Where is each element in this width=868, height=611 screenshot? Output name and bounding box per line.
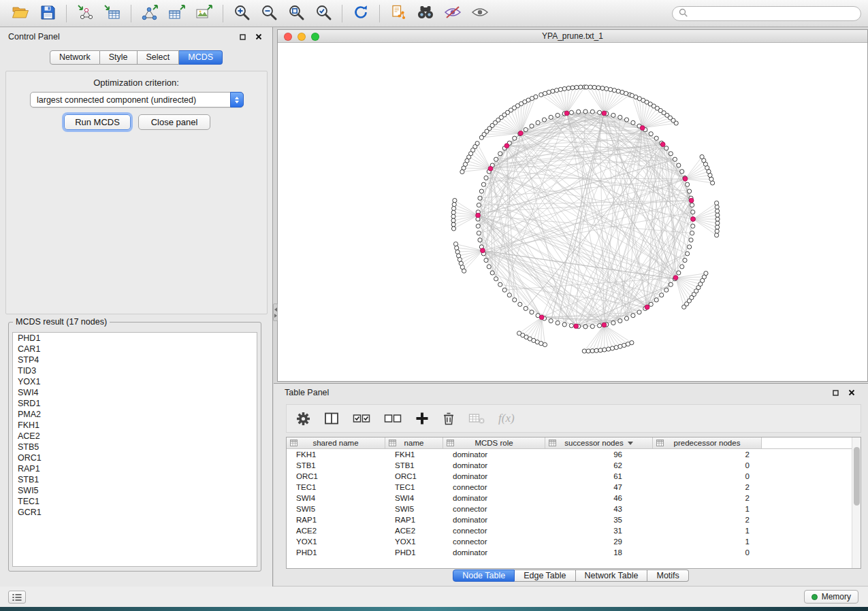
mcds-result-item[interactable]: PHD1 [13,333,257,344]
panel-splitter-handle[interactable] [273,303,278,321]
table-cell: 1 [653,503,762,514]
mcds-result-item[interactable]: FKH1 [13,420,257,431]
float-panel-icon[interactable] [237,31,248,42]
column-header-MCDS-role[interactable]: MCDS role [443,437,545,448]
table-panel-title: Table Panel [285,388,329,397]
column-header-shared-name[interactable]: shared name [287,437,385,448]
minimize-window-icon[interactable] [298,33,306,41]
tab-edge-table[interactable]: Edge Table [515,569,575,582]
table-row[interactable]: YOX1YOX1connector291 [287,536,861,547]
mcds-result-item[interactable]: SWI4 [13,387,257,398]
table-cell: STB1 [385,460,443,471]
tab-style[interactable]: Style [100,50,138,65]
mcds-result-list[interactable]: PHD1CAR1STP4TID3YOX1SWI4SRD1PMA2FKH1ACE2… [12,332,257,567]
table-row[interactable]: FKH1FKH1dominator962 [287,449,861,460]
table-cell: 96 [545,449,653,460]
clipboard-share-button[interactable] [385,3,412,24]
tab-network-table[interactable]: Network Table [576,569,648,582]
show-columns-icon[interactable] [324,412,339,425]
table-row[interactable]: ORC1ORC1dominator610 [287,471,861,482]
control-panel-tabs: NetworkStyleSelectMCDS [0,50,272,65]
import-network-icon [76,4,94,22]
column-type-icon [290,440,298,448]
table-cell: 43 [545,503,653,514]
delete-column-icon[interactable] [443,412,455,425]
table-row[interactable]: TEC1TEC1connector472 [287,482,861,493]
mcds-result-item[interactable]: SRD1 [13,398,257,409]
column-header-name[interactable]: name [385,437,443,448]
import-network-button[interactable] [71,3,99,24]
table-scrollbar[interactable] [852,437,861,568]
float-table-panel-icon[interactable] [830,387,841,398]
tab-motifs[interactable]: Motifs [647,569,688,582]
mcds-result-item[interactable]: TID3 [13,365,257,376]
binoculars-button[interactable] [412,3,439,24]
close-panel-button[interactable]: Close panel [138,114,210,130]
zoom-out-button[interactable] [255,3,283,24]
task-history-button[interactable] [8,591,26,604]
mcds-result-item[interactable]: TEC1 [13,496,257,507]
table-cell: FKH1 [287,449,385,460]
network-view-window: YPA_prune.txt_1 [277,29,868,382]
add-column-icon[interactable] [415,412,429,425]
run-mcds-button[interactable]: Run MCDS [64,114,131,130]
close-table-panel-icon[interactable] [846,387,857,398]
network-graph[interactable] [278,43,867,381]
open-folder-button[interactable] [7,3,34,24]
table-row[interactable]: RAP1RAP1dominator352 [287,514,861,525]
search-box[interactable] [672,6,861,21]
memory-button[interactable]: Memory [804,590,858,604]
export-table-button[interactable] [163,3,191,24]
close-window-icon[interactable] [284,33,292,41]
mcds-result-item[interactable]: SWI5 [13,485,257,496]
zoom-fit-button[interactable] [283,3,310,24]
zoom-in-button[interactable] [228,3,255,24]
maximize-window-icon[interactable] [311,33,319,41]
column-header-successor-nodes[interactable]: successor nodes [545,437,653,448]
mcds-result-item[interactable]: STP4 [13,354,257,365]
import-table-button[interactable] [99,3,126,24]
mcds-result-item[interactable]: GCR1 [13,507,257,518]
export-image-button[interactable] [191,3,218,24]
export-network-button[interactable] [136,3,163,24]
mcds-result-item[interactable]: STB5 [13,442,257,452]
zoom-fit-icon [288,4,305,23]
tab-node-table[interactable]: Node Table [453,569,515,582]
network-canvas[interactable] [278,43,867,381]
mcds-result-group: MCDS result (17 nodes) PHD1CAR1STP4TID3Y… [8,317,261,572]
mcds-result-item[interactable]: STB1 [13,474,257,485]
hide-glasses-button[interactable] [439,3,466,24]
close-panel-icon[interactable] [253,31,264,42]
table-settings-gear-icon[interactable] [296,412,310,426]
select-all-icon[interactable] [353,412,370,425]
tab-network[interactable]: Network [50,50,100,65]
network-window-titlebar[interactable]: YPA_prune.txt_1 [278,30,867,43]
mcds-result-item[interactable]: ACE2 [13,431,257,442]
scrollbar-thumb[interactable] [854,447,860,506]
criterion-dropdown[interactable]: largest connected component (undirected) [30,92,244,108]
zoom-selected-button[interactable] [310,3,337,24]
mcds-result-item[interactable]: CAR1 [13,344,257,354]
column-header-predecessor-nodes[interactable]: predecessor nodes [653,437,762,448]
table-row[interactable]: SWI5SWI5connector431 [287,503,861,514]
table-row[interactable]: SWI4SWI4dominator462 [287,493,861,503]
table-row[interactable]: ACE2ACE2connector311 [287,525,861,536]
tab-select[interactable]: Select [138,50,180,65]
mcds-result-item[interactable]: YOX1 [13,376,257,387]
table-cell: SWI4 [385,493,443,503]
table-cell: 2 [653,482,762,493]
refresh-button[interactable] [347,3,374,24]
table-row[interactable]: STB1STB1dominator620 [287,460,861,471]
show-eye-button[interactable] [466,3,494,24]
toolbar-icon-group [7,3,494,24]
deselect-all-icon[interactable] [384,412,402,425]
tab-mcds[interactable]: MCDS [179,50,223,65]
mcds-result-item[interactable]: PMA2 [13,409,257,420]
table-cell: 2 [653,449,762,460]
mcds-result-item[interactable]: RAP1 [13,463,257,474]
table-row[interactable]: PHD1PHD1dominator180 [287,547,861,558]
save-icon [40,5,56,22]
mcds-result-item[interactable]: ORC1 [13,452,257,463]
save-button[interactable] [34,3,61,24]
search-input[interactable] [692,9,854,18]
